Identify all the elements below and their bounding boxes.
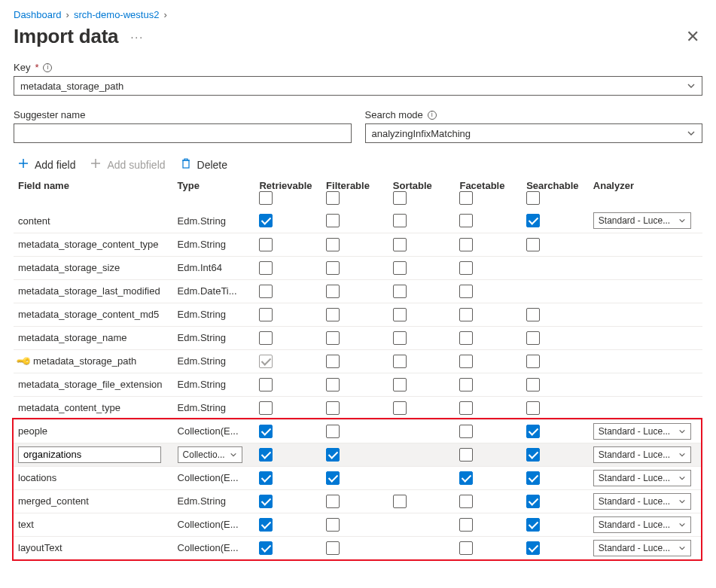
checkbox[interactable] — [393, 308, 407, 321]
checkbox[interactable] — [393, 495, 407, 508]
filterable-header-checkbox[interactable] — [326, 191, 340, 205]
checkbox[interactable] — [393, 238, 407, 251]
table-row[interactable]: Collectio...Standard - Luce... — [14, 443, 702, 466]
checkbox[interactable] — [526, 331, 540, 345]
analyzer-select[interactable]: Standard - Luce... — [593, 540, 691, 556]
more-icon[interactable]: ··· — [127, 31, 144, 43]
checkbox[interactable] — [459, 331, 473, 345]
checkbox[interactable] — [459, 261, 473, 275]
table-row[interactable]: metadata_storage_file_extensionEdm.Strin… — [14, 373, 702, 396]
checkbox[interactable] — [459, 401, 473, 415]
retrievable-header-checkbox[interactable] — [259, 191, 273, 205]
checkbox[interactable] — [393, 401, 407, 415]
analyzer-select[interactable]: Standard - Luce... — [593, 423, 691, 440]
checkbox[interactable] — [326, 308, 340, 321]
searchable-header-checkbox[interactable] — [526, 191, 540, 205]
checkbox[interactable] — [459, 518, 473, 532]
checkbox[interactable] — [393, 355, 407, 368]
checkbox[interactable] — [459, 425, 473, 438]
checkbox[interactable] — [526, 518, 540, 532]
checkbox[interactable] — [459, 378, 473, 391]
checkbox[interactable] — [459, 308, 473, 321]
close-icon[interactable]: ✕ — [683, 26, 702, 48]
checkbox[interactable] — [526, 541, 540, 555]
checkbox[interactable] — [459, 471, 473, 485]
analyzer-select[interactable]: Standard - Luce... — [593, 516, 691, 533]
checkbox[interactable] — [459, 495, 473, 508]
checkbox[interactable] — [259, 214, 273, 227]
checkbox[interactable] — [326, 495, 340, 508]
checkbox[interactable] — [526, 448, 540, 462]
type-select[interactable]: Collectio... — [178, 446, 242, 463]
table-row[interactable]: metadata_storage_content_typeEdm.String — [14, 233, 702, 256]
checkbox[interactable] — [326, 401, 340, 415]
table-row[interactable]: metadata_storage_nameEdm.String — [14, 326, 702, 349]
checkbox[interactable] — [259, 331, 273, 345]
checkbox[interactable] — [526, 214, 540, 227]
field-name-input[interactable] — [18, 446, 161, 463]
table-row[interactable]: merged_contentEdm.StringStandard - Luce.… — [14, 489, 702, 513]
facetable-header-checkbox[interactable] — [459, 191, 473, 205]
checkbox[interactable] — [459, 541, 473, 555]
checkbox[interactable] — [526, 238, 540, 251]
checkbox[interactable] — [459, 448, 473, 462]
checkbox[interactable] — [259, 425, 273, 438]
checkbox[interactable] — [259, 471, 273, 485]
checkbox[interactable] — [393, 285, 407, 298]
checkbox[interactable] — [326, 425, 340, 438]
checkbox[interactable] — [326, 331, 340, 345]
info-icon[interactable]: i — [428, 111, 437, 120]
checkbox[interactable] — [326, 285, 340, 298]
checkbox[interactable] — [259, 261, 273, 275]
checkbox[interactable] — [393, 214, 407, 227]
checkbox[interactable] — [326, 471, 340, 485]
checkbox[interactable] — [259, 238, 273, 251]
table-row[interactable]: layoutTextCollection(E...Standard - Luce… — [14, 536, 702, 559]
checkbox[interactable] — [259, 448, 273, 462]
checkbox[interactable] — [459, 238, 473, 251]
checkbox[interactable] — [259, 285, 273, 298]
checkbox[interactable] — [259, 541, 273, 555]
checkbox[interactable] — [259, 495, 273, 508]
checkbox[interactable] — [259, 401, 273, 415]
checkbox[interactable] — [326, 518, 340, 532]
checkbox[interactable] — [459, 355, 473, 368]
key-select[interactable]: metadata_storage_path — [14, 76, 702, 96]
analyzer-select[interactable]: Standard - Luce... — [593, 212, 691, 229]
sortable-header-checkbox[interactable] — [393, 191, 407, 205]
table-row[interactable]: metadata_storage_last_modifiedEdm.DateTi… — [14, 279, 702, 303]
checkbox[interactable] — [526, 425, 540, 438]
checkbox[interactable] — [326, 448, 340, 462]
breadcrumb-dashboard[interactable]: Dashboard — [14, 9, 62, 20]
checkbox[interactable] — [259, 378, 273, 391]
checkbox[interactable] — [326, 541, 340, 555]
table-row[interactable]: metadata_storage_sizeEdm.Int64 — [14, 256, 702, 279]
checkbox[interactable] — [393, 378, 407, 391]
info-icon[interactable]: i — [43, 63, 52, 72]
checkbox[interactable] — [393, 261, 407, 275]
table-row[interactable]: peopleCollection(E...Standard - Luce... — [14, 419, 702, 443]
analyzer-select[interactable]: Standard - Luce... — [593, 493, 691, 510]
checkbox[interactable] — [326, 238, 340, 251]
checkbox[interactable] — [459, 214, 473, 227]
table-row[interactable]: metadata_content_typeEdm.String — [14, 396, 702, 419]
checkbox[interactable] — [259, 518, 273, 532]
checkbox[interactable] — [526, 495, 540, 508]
checkbox[interactable] — [326, 355, 340, 368]
analyzer-select[interactable]: Standard - Luce... — [593, 446, 691, 463]
checkbox[interactable] — [526, 471, 540, 485]
suggester-input[interactable] — [14, 123, 352, 143]
analyzer-select[interactable]: Standard - Luce... — [593, 470, 691, 486]
checkbox[interactable] — [526, 378, 540, 391]
checkbox[interactable] — [526, 308, 540, 321]
table-row[interactable]: textCollection(E...Standard - Luce... — [14, 513, 702, 536]
checkbox[interactable] — [526, 401, 540, 415]
checkbox[interactable] — [526, 355, 540, 368]
search-mode-select[interactable]: analyzingInfixMatching — [365, 123, 703, 143]
table-row[interactable]: contentEdm.StringStandard - Luce... — [14, 209, 702, 233]
table-row[interactable]: 🔑metadata_storage_pathEdm.String — [14, 349, 702, 373]
checkbox[interactable] — [393, 331, 407, 345]
checkbox[interactable] — [459, 285, 473, 298]
add-field-button[interactable]: Add field — [18, 158, 75, 171]
checkbox[interactable] — [259, 308, 273, 321]
